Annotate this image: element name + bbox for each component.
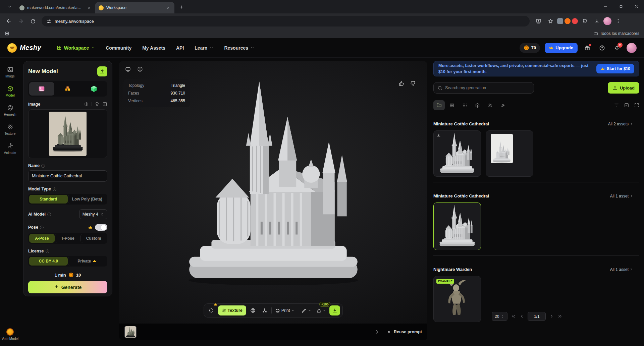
section-all-assets-link[interactable]: All 2 assets: [608, 122, 633, 126]
panel-icon[interactable]: [102, 102, 107, 107]
asset-card-selected[interactable]: [433, 203, 481, 250]
share-button[interactable]: +250: [315, 305, 328, 315]
new-tab-button[interactable]: [177, 3, 186, 11]
nav-learn[interactable]: Learn: [195, 45, 213, 51]
apps-grid-icon[interactable]: [5, 31, 9, 36]
filter-model-icon[interactable]: [472, 100, 483, 110]
texture-button[interactable]: Texture: [218, 305, 246, 315]
image-preview-box[interactable]: [28, 109, 107, 158]
select-assets-icon[interactable]: [624, 103, 629, 108]
print-button[interactable]: Print: [273, 305, 297, 315]
model-3d-render[interactable]: [173, 79, 374, 288]
help-icon[interactable]: [597, 43, 607, 53]
meshy-logo[interactable]: Meshy: [7, 43, 41, 53]
license-private[interactable]: Private: [68, 257, 107, 266]
minimize-button[interactable]: [598, 0, 613, 13]
rail-item-animate[interactable]: Animate: [1, 143, 19, 155]
extension-icon-3[interactable]: [572, 18, 578, 24]
smiley-icon[interactable]: [135, 64, 145, 74]
fullscreen-icon[interactable]: [634, 103, 639, 108]
filter-texture-icon[interactable]: [484, 100, 496, 110]
upload-asset-button[interactable]: Upload: [608, 82, 639, 94]
user-avatar[interactable]: [627, 43, 637, 53]
model-type-standard[interactable]: Standard: [29, 195, 68, 204]
extensions-puzzle-icon[interactable]: [579, 16, 590, 26]
sphere-view-button[interactable]: [248, 305, 258, 315]
reload-button[interactable]: [28, 16, 38, 26]
gift-icon[interactable]: [582, 43, 592, 53]
nav-api[interactable]: API: [176, 45, 184, 51]
browser-tab-workspace[interactable]: Workspace: [95, 2, 174, 13]
rail-item-image[interactable]: Image: [1, 66, 19, 78]
filter-tools-icon[interactable]: [497, 100, 508, 110]
next-page-button[interactable]: [549, 314, 554, 319]
upload-image-button[interactable]: [97, 66, 107, 76]
generate-button[interactable]: Generate: [28, 281, 107, 293]
edit-button[interactable]: [300, 305, 313, 315]
forward-button[interactable]: [15, 16, 26, 26]
pose-t-pose[interactable]: T-Pose: [55, 234, 80, 243]
filter-grid-icon[interactable]: [446, 100, 458, 110]
asset-card[interactable]: [486, 130, 533, 177]
search-input[interactable]: [445, 85, 530, 90]
browser-profile-avatar[interactable]: [603, 17, 611, 25]
filter-folder-icon[interactable]: [433, 100, 445, 110]
prev-page-button[interactable]: [519, 314, 524, 319]
rig-button[interactable]: [260, 305, 270, 315]
sort-filter-icon[interactable]: [614, 103, 619, 108]
pose-a-pose[interactable]: A-Pose: [29, 234, 55, 243]
section-all-assets-link[interactable]: All 1 asset: [610, 194, 633, 198]
credits-counter[interactable]: 70: [520, 43, 540, 53]
pose-custom[interactable]: Custom: [80, 234, 106, 243]
filter-dots-grid-icon[interactable]: [459, 100, 470, 110]
section-all-assets-link[interactable]: All 1 asset: [610, 267, 633, 272]
back-button[interactable]: [3, 16, 14, 26]
asset-card-example[interactable]: EXAMPLE: [433, 276, 481, 322]
last-page-button[interactable]: [557, 314, 562, 319]
extension-icon-2[interactable]: [565, 18, 571, 24]
rail-item-remesh[interactable]: Remesh: [1, 105, 19, 116]
bookmark-star-icon[interactable]: [545, 16, 556, 26]
start-for-10-button[interactable]: Start for $10: [596, 64, 634, 73]
rail-item-texture[interactable]: Texture: [1, 124, 19, 135]
nav-resources[interactable]: Resources: [224, 45, 254, 51]
download-model-button[interactable]: [329, 305, 340, 315]
tab-search-button[interactable]: [5, 2, 14, 11]
downloads-icon[interactable]: [591, 16, 602, 26]
model-type-lowpoly[interactable]: Low Poly (Beta): [68, 195, 107, 204]
all-bookmarks[interactable]: Todos los marcadores: [593, 31, 639, 36]
display-mode-icon[interactable]: [123, 64, 132, 74]
expand-strip-icon[interactable]: [374, 330, 379, 334]
reuse-prompt-button[interactable]: Reuse prompt: [387, 330, 422, 334]
mode-tab-voxel[interactable]: [55, 82, 80, 96]
first-page-button[interactable]: [511, 314, 516, 319]
thumbs-up-icon[interactable]: [398, 80, 405, 86]
search-box[interactable]: [433, 82, 534, 94]
extension-icon-1[interactable]: [557, 18, 563, 24]
pose-toggle[interactable]: [95, 224, 107, 231]
ai-model-select[interactable]: Meshy 4: [79, 209, 107, 219]
asset-card[interactable]: [433, 130, 481, 177]
tab-close-icon[interactable]: [86, 5, 92, 11]
rail-item-model[interactable]: Model: [1, 85, 19, 97]
license-cc-by[interactable]: CC BY 4.0: [29, 257, 68, 266]
browser-menu-icon[interactable]: [613, 16, 624, 26]
regenerate-button[interactable]: [206, 305, 216, 315]
mode-tab-image-to-3d[interactable]: [29, 82, 54, 96]
name-input[interactable]: [28, 170, 107, 182]
maximize-button[interactable]: [613, 0, 629, 13]
mode-tab-low-poly[interactable]: [81, 82, 106, 96]
browser-tab-makerworld[interactable]: makerworld.com/es/makerlab/...: [16, 2, 95, 13]
install-app-icon[interactable]: [533, 16, 544, 26]
tab-close-icon[interactable]: [165, 5, 171, 11]
vote-model[interactable]: Vote Model: [0, 328, 20, 341]
lightbulb-icon[interactable]: [95, 102, 100, 107]
nav-workspace[interactable]: Workspace: [57, 45, 95, 51]
nav-my-assets[interactable]: My Assets: [142, 45, 165, 51]
page-size-select[interactable]: 20: [492, 312, 507, 321]
close-window-button[interactable]: [629, 0, 644, 13]
url-bar[interactable]: meshy.ai/workspace: [42, 16, 530, 26]
notifications-bell-icon[interactable]: 2: [612, 43, 622, 53]
thumbs-down-icon[interactable]: [410, 80, 416, 86]
viewport[interactable]: TopologyTriangle Faces930.710 Vertices46…: [119, 61, 427, 340]
